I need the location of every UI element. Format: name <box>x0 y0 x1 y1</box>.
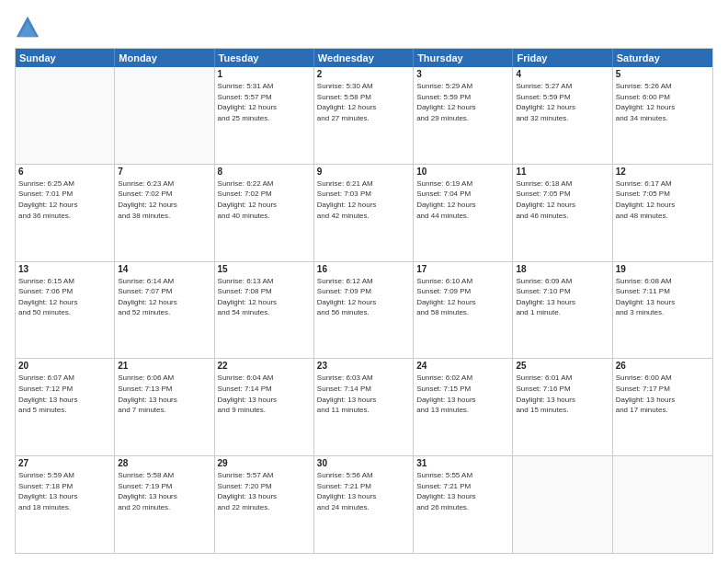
header-sunday: Sunday <box>16 49 115 67</box>
day-number: 12 <box>616 167 710 177</box>
cell-info: Sunrise: 5:27 AM Sunset: 5:59 PM Dayligh… <box>516 81 609 123</box>
day-number: 11 <box>516 167 609 177</box>
cell-info: Sunrise: 5:59 AM Sunset: 7:18 PM Dayligh… <box>18 470 111 512</box>
calendar: Sunday Monday Tuesday Wednesday Thursday… <box>15 48 713 554</box>
calendar-body: 1Sunrise: 5:31 AM Sunset: 5:57 PM Daylig… <box>16 67 712 553</box>
day-number: 4 <box>516 69 609 79</box>
day-number: 25 <box>516 361 609 371</box>
calendar-cell <box>513 456 612 553</box>
cell-info: Sunrise: 6:25 AM Sunset: 7:01 PM Dayligh… <box>18 178 111 221</box>
cell-info: Sunrise: 5:31 AM Sunset: 5:57 PM Dayligh… <box>218 81 311 123</box>
header-saturday: Saturday <box>613 49 712 67</box>
cell-info: Sunrise: 6:09 AM Sunset: 7:10 PM Dayligh… <box>516 276 609 318</box>
cell-info: Sunrise: 5:26 AM Sunset: 6:00 PM Dayligh… <box>616 81 710 123</box>
header-tuesday: Tuesday <box>215 49 314 67</box>
calendar-cell: 23Sunrise: 6:03 AM Sunset: 7:14 PM Dayli… <box>314 359 414 455</box>
cell-info: Sunrise: 6:18 AM Sunset: 7:05 PM Dayligh… <box>516 178 609 221</box>
cell-info: Sunrise: 6:22 AM Sunset: 7:02 PM Dayligh… <box>218 178 311 221</box>
day-number: 21 <box>118 361 210 371</box>
calendar-row: 20Sunrise: 6:07 AM Sunset: 7:12 PM Dayli… <box>16 358 712 455</box>
calendar-cell: 1Sunrise: 5:31 AM Sunset: 5:57 PM Daylig… <box>215 67 314 164</box>
calendar-header: Sunday Monday Tuesday Wednesday Thursday… <box>16 49 712 67</box>
day-number: 22 <box>218 361 311 371</box>
calendar-cell <box>613 456 712 553</box>
logo-icon <box>15 15 40 40</box>
cell-info: Sunrise: 5:30 AM Sunset: 5:58 PM Dayligh… <box>317 81 410 123</box>
calendar-cell: 13Sunrise: 6:15 AM Sunset: 7:06 PM Dayli… <box>16 262 115 359</box>
day-number: 15 <box>218 264 311 274</box>
calendar-cell: 15Sunrise: 6:13 AM Sunset: 7:08 PM Dayli… <box>215 262 314 359</box>
cell-info: Sunrise: 6:03 AM Sunset: 7:14 PM Dayligh… <box>317 373 410 415</box>
day-number: 5 <box>616 69 710 79</box>
calendar-cell <box>115 67 214 164</box>
day-number: 24 <box>416 361 509 371</box>
cell-info: Sunrise: 5:29 AM Sunset: 5:59 PM Dayligh… <box>416 81 509 123</box>
calendar-row: 1Sunrise: 5:31 AM Sunset: 5:57 PM Daylig… <box>16 67 712 164</box>
calendar-cell: 31Sunrise: 5:55 AM Sunset: 7:21 PM Dayli… <box>414 456 513 553</box>
calendar-row: 13Sunrise: 6:15 AM Sunset: 7:06 PM Dayli… <box>16 261 712 359</box>
day-number: 1 <box>218 69 311 79</box>
cell-info: Sunrise: 6:01 AM Sunset: 7:16 PM Dayligh… <box>516 373 609 415</box>
day-number: 30 <box>317 458 410 468</box>
header-thursday: Thursday <box>414 49 513 67</box>
logo <box>15 15 46 40</box>
calendar-cell: 14Sunrise: 6:14 AM Sunset: 7:07 PM Dayli… <box>115 262 214 359</box>
calendar-cell: 27Sunrise: 5:59 AM Sunset: 7:18 PM Dayli… <box>16 456 115 553</box>
cell-info: Sunrise: 6:13 AM Sunset: 7:08 PM Dayligh… <box>218 276 311 318</box>
day-number: 6 <box>18 167 111 177</box>
day-number: 29 <box>218 458 311 468</box>
calendar-cell: 18Sunrise: 6:09 AM Sunset: 7:10 PM Dayli… <box>513 262 612 359</box>
cell-info: Sunrise: 5:57 AM Sunset: 7:20 PM Dayligh… <box>218 470 311 512</box>
header <box>15 15 713 40</box>
day-number: 23 <box>317 361 410 371</box>
day-number: 3 <box>416 69 509 79</box>
day-number: 10 <box>416 167 509 177</box>
day-number: 17 <box>416 264 509 274</box>
cell-info: Sunrise: 6:12 AM Sunset: 7:09 PM Dayligh… <box>317 276 410 318</box>
day-number: 14 <box>118 264 210 274</box>
cell-info: Sunrise: 6:08 AM Sunset: 7:11 PM Dayligh… <box>616 276 710 318</box>
day-number: 18 <box>516 264 609 274</box>
day-number: 26 <box>616 361 710 371</box>
day-number: 20 <box>18 361 111 371</box>
day-number: 2 <box>317 69 410 79</box>
calendar-cell: 9Sunrise: 6:21 AM Sunset: 7:03 PM Daylig… <box>314 165 414 261</box>
cell-info: Sunrise: 5:55 AM Sunset: 7:21 PM Dayligh… <box>416 470 509 512</box>
calendar-cell: 10Sunrise: 6:19 AM Sunset: 7:04 PM Dayli… <box>414 165 513 261</box>
cell-info: Sunrise: 6:00 AM Sunset: 7:17 PM Dayligh… <box>616 373 710 415</box>
calendar-cell: 2Sunrise: 5:30 AM Sunset: 5:58 PM Daylig… <box>314 67 414 164</box>
calendar-cell: 29Sunrise: 5:57 AM Sunset: 7:20 PM Dayli… <box>215 456 314 553</box>
cell-info: Sunrise: 6:14 AM Sunset: 7:07 PM Dayligh… <box>118 276 210 318</box>
cell-info: Sunrise: 5:58 AM Sunset: 7:19 PM Dayligh… <box>118 470 210 512</box>
calendar-cell: 7Sunrise: 6:23 AM Sunset: 7:02 PM Daylig… <box>115 165 214 261</box>
header-monday: Monday <box>115 49 214 67</box>
cell-info: Sunrise: 5:56 AM Sunset: 7:21 PM Dayligh… <box>317 470 410 512</box>
day-number: 28 <box>118 458 210 468</box>
day-number: 9 <box>317 167 410 177</box>
day-number: 19 <box>616 264 710 274</box>
day-number: 13 <box>18 264 111 274</box>
day-number: 31 <box>416 458 509 468</box>
calendar-cell: 11Sunrise: 6:18 AM Sunset: 7:05 PM Dayli… <box>513 165 612 261</box>
calendar-cell: 28Sunrise: 5:58 AM Sunset: 7:19 PM Dayli… <box>115 456 214 553</box>
cell-info: Sunrise: 6:06 AM Sunset: 7:13 PM Dayligh… <box>118 373 210 415</box>
calendar-cell: 25Sunrise: 6:01 AM Sunset: 7:16 PM Dayli… <box>513 359 612 455</box>
calendar-row: 6Sunrise: 6:25 AM Sunset: 7:01 PM Daylig… <box>16 164 712 261</box>
cell-info: Sunrise: 6:19 AM Sunset: 7:04 PM Dayligh… <box>416 178 509 221</box>
calendar-cell: 24Sunrise: 6:02 AM Sunset: 7:15 PM Dayli… <box>414 359 513 455</box>
cell-info: Sunrise: 6:15 AM Sunset: 7:06 PM Dayligh… <box>18 276 111 318</box>
calendar-cell: 5Sunrise: 5:26 AM Sunset: 6:00 PM Daylig… <box>613 67 712 164</box>
cell-info: Sunrise: 6:04 AM Sunset: 7:14 PM Dayligh… <box>218 373 311 415</box>
calendar-cell: 19Sunrise: 6:08 AM Sunset: 7:11 PM Dayli… <box>613 262 712 359</box>
calendar-cell: 6Sunrise: 6:25 AM Sunset: 7:01 PM Daylig… <box>16 165 115 261</box>
calendar-cell: 12Sunrise: 6:17 AM Sunset: 7:05 PM Dayli… <box>613 165 712 261</box>
page: Sunday Monday Tuesday Wednesday Thursday… <box>0 0 728 563</box>
cell-info: Sunrise: 6:17 AM Sunset: 7:05 PM Dayligh… <box>616 178 710 221</box>
day-number: 16 <box>317 264 410 274</box>
calendar-cell: 26Sunrise: 6:00 AM Sunset: 7:17 PM Dayli… <box>613 359 712 455</box>
cell-info: Sunrise: 6:07 AM Sunset: 7:12 PM Dayligh… <box>18 373 111 415</box>
cell-info: Sunrise: 6:02 AM Sunset: 7:15 PM Dayligh… <box>416 373 509 415</box>
day-number: 27 <box>18 458 111 468</box>
calendar-cell: 4Sunrise: 5:27 AM Sunset: 5:59 PM Daylig… <box>513 67 612 164</box>
calendar-cell <box>16 67 115 164</box>
